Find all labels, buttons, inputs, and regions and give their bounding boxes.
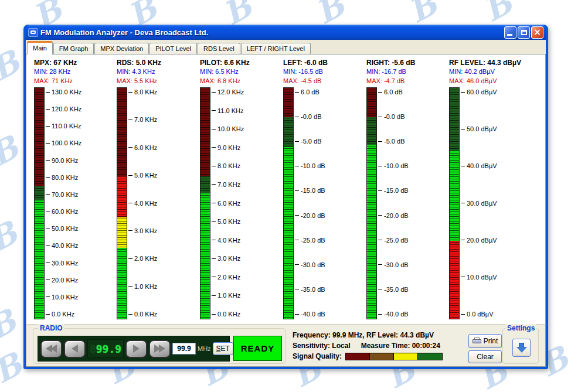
meter-scale: 12.0 KHz11.0 KHz10.0 KHz9.0 KHz8.0 KHz7.… [212,87,277,319]
meter-bar-right [366,87,377,319]
tab-main[interactable]: Main [27,41,53,54]
scale-label: 2.0 KHz [217,274,240,281]
maximize-icon [521,30,527,35]
tab-pilot-level[interactable]: PILOT Level [149,43,197,54]
tab-fm-graph[interactable]: FM Graph [53,43,94,54]
scale-tick [46,229,50,229]
seek-down-button[interactable] [40,340,62,358]
meter-pilot: PILOT: 6.6 KHzMIN: 6.5 KHzMAX: 6.8 KHz12… [200,59,282,319]
set-button[interactable]: SET [213,342,233,355]
scale-tick [46,296,50,297]
scale-label: 5.0 KHz [217,218,240,225]
scale-label: -40.0 dB [384,311,409,318]
scale-label: -5.0 dB [301,138,321,145]
meter-max: MAX: 71 KHz [34,77,116,87]
step-up-button[interactable] [125,340,147,358]
maximize-button[interactable] [518,26,530,39]
scale-label: 8.0 KHz [217,162,240,169]
ready-indicator: READY [233,336,282,361]
scale-tick [212,166,216,166]
sensitivity-label: Sensitivity: Local [293,342,351,350]
display-ghost-digit: 8 [90,343,96,355]
scale-label: 30.0 dBµV [467,200,497,207]
deva-watermark: B [0,128,25,174]
scale-tick [212,240,216,240]
scale-tick [295,314,299,315]
scale-label: 130.0 KHz [52,88,81,96]
scale-tick [378,190,382,191]
close-button[interactable]: × [531,26,543,39]
scale-tick [461,92,465,93]
scale-tick [128,203,132,203]
scale-tick [295,141,299,142]
meter-max: MAX: -4.7 dB [366,77,448,87]
scale-tick [46,212,50,212]
minimize-button[interactable] [504,26,516,39]
meter-title: PILOT: 6.6 KHz [200,59,282,68]
seek-up-button[interactable] [149,340,171,358]
scale-tick [378,240,382,240]
frequency-input[interactable] [172,343,196,354]
display-value: 99.9 [96,343,121,355]
scale-label: 60.0 KHz [52,208,78,215]
scale-label: 10.0 KHz [217,125,244,132]
scale-label: 20.0 KHz [52,277,78,284]
meter-bar-left [283,87,294,319]
left-arrow-icon [72,345,78,353]
printer-icon [473,338,481,345]
scale-label: -35.0 dB [384,286,409,293]
scale-label: 70.0 KHz [52,191,78,198]
scale-tick [295,190,299,191]
scale-tick [461,166,465,166]
status-info: Frequency: 99.9 MHz, RF Level: 44.3 dBµV… [293,330,443,362]
meter-scale: 6.0 dB-0.0 dB-5.0 dB-10.0 dB-15.0 dB-20.… [295,87,361,319]
deva-watermark: B [0,214,23,260]
scale-label: -0.0 dB [301,113,321,120]
led-segments-overlay [284,88,293,319]
scale-label: 1.0 KHz [134,283,157,290]
led-segments-overlay [367,88,376,319]
scale-tick [461,240,465,240]
scale-label: -0.0 dB [384,113,405,120]
tab-mpx-deviation[interactable]: MPX Deviation [94,43,149,54]
scale-tick [378,215,382,216]
scale-tick [295,240,299,240]
quality-segment-1 [346,353,370,360]
scale-tick [212,110,216,111]
meter-title: MPX: 67 KHz [34,59,116,68]
scale-label: 10.0 dBµV [467,274,497,281]
meter-max: MAX: 5.5 KHz [117,77,199,87]
step-down-button[interactable] [64,340,86,358]
scale-tick [46,279,50,280]
meter-bar-mpx [34,87,45,319]
scale-label: 0.0 KHz [134,311,157,318]
scale-label: 120.0 KHz [52,105,81,113]
tab-rds-level[interactable]: RDS Level [198,43,240,54]
print-button[interactable]: Print [468,334,502,348]
scale-tick [295,215,299,216]
quality-segment-2 [370,353,394,360]
meter-scale: 60.0 dBµV50.0 dBµV40.0 dBµV30.0 dBµV20.0… [461,87,526,319]
scale-label: 6.0 KHz [217,200,240,207]
scale-label: 3.0 KHz [217,255,240,262]
clear-button[interactable]: Clear [468,350,502,363]
scale-label: -40.0 dB [301,311,325,318]
meter-min: MIN: 6.5 KHz [200,68,282,77]
tab-left-right-level[interactable]: LEFT / RIGHT Level [241,43,311,54]
scale-tick [378,141,382,142]
scale-tick [128,120,132,120]
tab-label: RDS Level [203,45,234,52]
scale-tick [212,221,216,222]
scale-label: 10.0 KHz [52,294,78,301]
meter-title: RIGHT: -5.6 dB [366,59,448,68]
meter-scale: 130.0 KHz120.0 KHz110.0 KHz100.0 KHz90.0… [46,87,111,319]
meter-min: MIN: 4.3 KHz [117,68,199,77]
scale-label: -20.0 dB [301,212,325,219]
scale-label: 7.0 KHz [217,181,240,188]
frequency-display: 899.9 [87,339,124,358]
scale-tick [378,289,382,289]
scale-tick [295,117,299,117]
settings-button[interactable] [512,339,531,357]
scale-label: 6.0 KHz [134,144,157,151]
scale-tick [295,264,299,265]
